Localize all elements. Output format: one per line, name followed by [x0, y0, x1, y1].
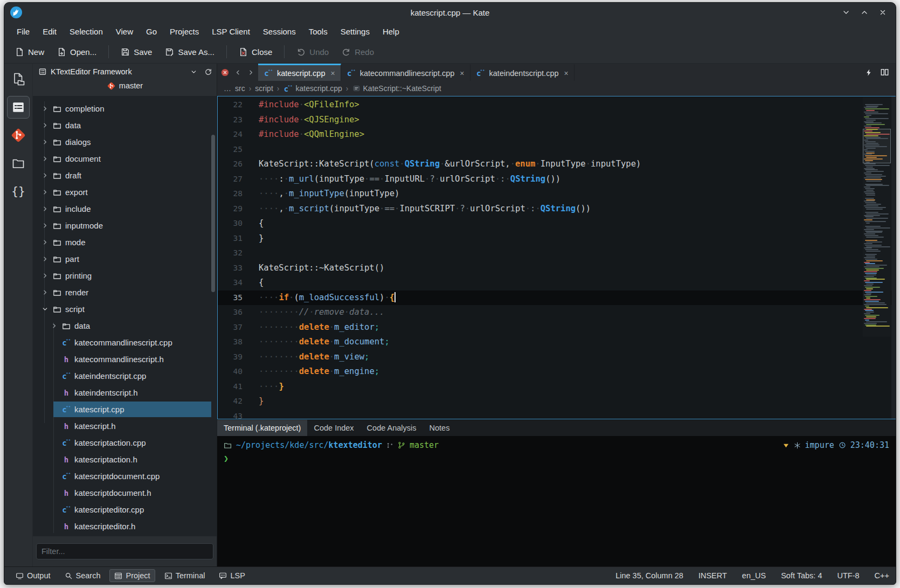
filter-input[interactable]: [36, 543, 213, 559]
tree-item-katecommandlinescript-h[interactable]: hkatecommandlinescript.h: [33, 351, 217, 368]
tab-kateindentscript-cpp[interactable]: c⁺⁺kateindentscript.cpp×: [470, 64, 574, 81]
bottom-tab-terminal-kateproject[interactable]: Terminal (.kateproject): [217, 420, 307, 436]
tree-item-katecommandlinescript-cpp[interactable]: c⁺⁺katecommandlinescript.cpp: [33, 334, 217, 351]
titlebar[interactable]: katescript.cpp — Kate: [4, 3, 896, 22]
toolbar-new-button[interactable]: New: [10, 44, 50, 60]
tree-item-render[interactable]: render: [33, 284, 217, 301]
code-line-30[interactable]: 30{: [218, 216, 896, 231]
sidebar-tool-documents[interactable]: [7, 68, 30, 91]
code-line-32[interactable]: 32: [218, 246, 896, 261]
toolbar-open-button[interactable]: Open...: [52, 44, 102, 60]
code-line-31[interactable]: 31}: [218, 231, 896, 246]
menu-settings[interactable]: Settings: [335, 25, 376, 38]
code-line-37[interactable]: 37········delete·m_editor;: [218, 320, 896, 335]
tree-item-katescript-cpp[interactable]: c⁺⁺katescript.cpp: [33, 401, 217, 418]
tree-item-data[interactable]: data: [33, 117, 217, 134]
code-line-23[interactable]: 23#include·<QJSEngine>: [218, 113, 896, 128]
tree-item-draft[interactable]: draft: [33, 167, 217, 184]
tree-item-printing[interactable]: printing: [33, 267, 217, 284]
code-line-34[interactable]: 34{: [218, 275, 896, 290]
toolbar-save-as-button[interactable]: Save As...: [160, 44, 220, 60]
back-icon[interactable]: [232, 67, 243, 78]
maximize-icon[interactable]: [859, 7, 870, 18]
code-line-26[interactable]: 26KateScript::KateScript(const·QString·&…: [218, 157, 896, 172]
code-line-41[interactable]: 41····}: [218, 379, 896, 395]
status-toggle-output[interactable]: Output: [11, 569, 56, 582]
menu-file[interactable]: File: [11, 25, 36, 38]
status-toggle-search[interactable]: Search: [60, 569, 106, 582]
chevron-down-icon[interactable]: [40, 305, 49, 314]
code-line-22[interactable]: 22#include·<QFileInfo>: [218, 98, 896, 113]
code-line-24[interactable]: 24#include·<QQmlEngine>: [218, 127, 896, 142]
breadcrumb-src[interactable]: src: [235, 84, 245, 93]
tree-item-document[interactable]: document: [33, 150, 217, 167]
menu-lsp-client[interactable]: LSP Client: [206, 25, 256, 38]
toolbar-undo-button[interactable]: Undo: [291, 44, 334, 60]
tree-item-mode[interactable]: mode: [33, 234, 217, 251]
toolbar-redo-button[interactable]: Redo: [336, 44, 379, 60]
bottom-tab-code-index[interactable]: Code Index: [307, 420, 360, 436]
tree-item-dialogs[interactable]: dialogs: [33, 134, 217, 150]
chevron-right-icon[interactable]: [40, 205, 49, 213]
minimap[interactable]: [863, 98, 891, 337]
project-dropdown-icon[interactable]: [188, 66, 199, 77]
project-refresh-icon[interactable]: [203, 66, 213, 77]
menu-tools[interactable]: Tools: [303, 25, 334, 38]
close-window-icon[interactable]: [877, 7, 888, 18]
breadcrumb-katescript-katescript[interactable]: KateScript::~KateScript: [352, 84, 441, 93]
tree-item-katescriptaction-h[interactable]: hkatescriptaction.h: [33, 451, 217, 468]
tree-item-katescriptdocument-cpp[interactable]: c⁺⁺katescriptdocument.cpp: [33, 468, 217, 485]
status-insert[interactable]: INSERT: [698, 571, 727, 580]
code-line-39[interactable]: 39········delete·m_view;: [218, 350, 896, 365]
chevron-right-icon[interactable]: [40, 155, 49, 163]
tree-item-include[interactable]: include: [33, 200, 217, 217]
chevron-right-icon[interactable]: [40, 105, 49, 113]
forward-icon[interactable]: [245, 67, 256, 78]
chevron-right-icon[interactable]: [40, 288, 49, 297]
sidebar-tool-git[interactable]: [7, 124, 30, 147]
menu-projects[interactable]: Projects: [164, 25, 205, 38]
code-line-42[interactable]: 42}: [218, 394, 896, 409]
terminal-view[interactable]: ~/projects/kde/src/ktexteditor master im…: [217, 436, 896, 566]
status-line-35-column-28[interactable]: Line 35, Column 28: [615, 571, 683, 580]
chevron-right-icon[interactable]: [40, 272, 49, 280]
tab-katescript-cpp[interactable]: c⁺⁺katescript.cpp×: [258, 64, 341, 81]
status-toggle-project[interactable]: Project: [109, 569, 155, 582]
minimize-icon[interactable]: [841, 7, 851, 18]
chevron-right-icon[interactable]: [40, 238, 49, 247]
status-c[interactable]: C++: [875, 571, 889, 580]
chevron-right-icon[interactable]: [40, 188, 49, 197]
code-line-29[interactable]: 29····,·m_script(inputType·==·InputSCRIP…: [218, 202, 896, 217]
code-line-27[interactable]: 27····:·m_url(inputType·==·InputURL·?·ur…: [218, 172, 896, 187]
bottom-tab-code-analysis[interactable]: Code Analysis: [361, 420, 423, 436]
menu-go[interactable]: Go: [140, 25, 163, 38]
tree-item-katescriptdocument-h[interactable]: hkatescriptdocument.h: [33, 485, 217, 501]
code-line-43[interactable]: 43: [218, 409, 896, 420]
tree-item-script[interactable]: script: [33, 301, 217, 317]
breadcrumb-katescript-cpp[interactable]: c⁺⁺katescript.cpp: [283, 84, 342, 93]
tree-item-part[interactable]: part: [33, 251, 217, 267]
tree-item-completion[interactable]: completion: [33, 100, 217, 117]
status-soft-tabs-4[interactable]: Soft Tabs: 4: [781, 571, 822, 580]
tree-item-kateindentscript-cpp[interactable]: c⁺⁺kateindentscript.cpp: [33, 368, 217, 384]
code-line-28[interactable]: 28····,·m_inputType(inputType): [218, 186, 896, 202]
split-view-icon[interactable]: [880, 68, 889, 77]
tree-item-katescripteditor-cpp[interactable]: c⁺⁺katescripteditor.cpp: [33, 501, 217, 518]
quick-open-icon[interactable]: [865, 68, 873, 77]
chevron-right-icon[interactable]: [50, 322, 58, 330]
tree-item-inputmode[interactable]: inputmode: [33, 217, 217, 234]
menu-selection[interactable]: Selection: [64, 25, 109, 38]
chevron-right-icon[interactable]: [40, 121, 49, 130]
breadcrumb-[interactable]: …: [224, 84, 231, 93]
editor-scrollbar-rail[interactable]: [891, 96, 896, 419]
status-toggle-lsp[interactable]: LSP: [214, 569, 250, 582]
code-line-38[interactable]: 38········delete·m_document;: [218, 335, 896, 350]
toolbar-save-button[interactable]: Save: [115, 44, 157, 60]
code-line-33[interactable]: 33KateScript::~KateScript(): [218, 261, 896, 276]
chevron-right-icon[interactable]: [40, 138, 49, 147]
chevron-right-icon[interactable]: [40, 255, 49, 264]
tree-item-export[interactable]: export: [33, 184, 217, 200]
toolbar-close-button[interactable]: Close: [233, 44, 278, 60]
close-document-icon[interactable]: [219, 67, 230, 78]
status-utf-8[interactable]: UTF-8: [837, 571, 859, 580]
